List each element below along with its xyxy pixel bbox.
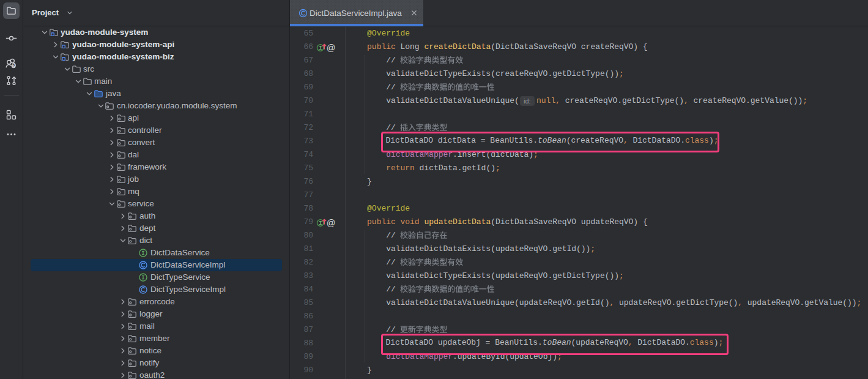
svg-text:@: @ bbox=[327, 218, 336, 228]
svg-text:?: ? bbox=[12, 64, 15, 68]
svg-text:@: @ bbox=[327, 43, 336, 53]
